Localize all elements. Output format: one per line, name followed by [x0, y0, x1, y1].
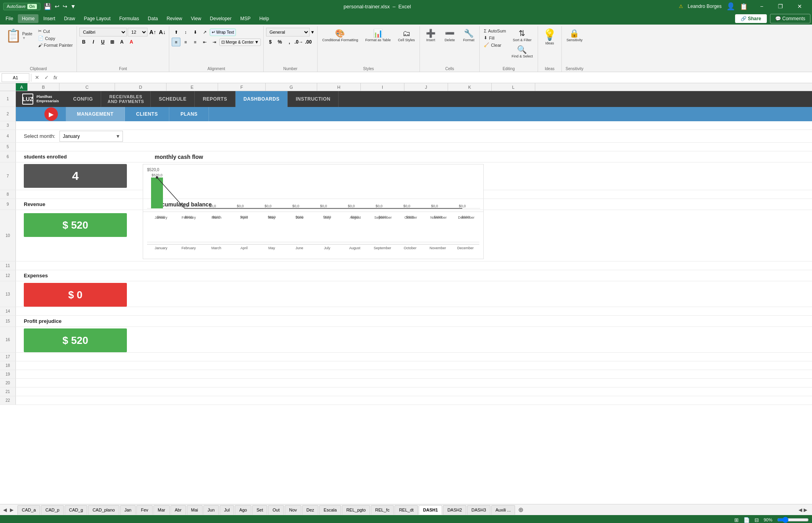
underline-button[interactable]: U: [98, 38, 107, 46]
format-as-table-button[interactable]: 📊 Format as Table: [363, 28, 393, 44]
delete-button[interactable]: ➖ Delete: [441, 28, 458, 44]
col-header-l[interactable]: L: [492, 83, 535, 91]
menu-draw[interactable]: Draw: [60, 14, 79, 23]
sheet-tab-fev[interactable]: Fev: [136, 505, 152, 515]
sheet-tab-cad-a[interactable]: CAD_a: [17, 505, 40, 515]
sheet-tab-rel-pgto[interactable]: REL_pgto: [342, 505, 370, 515]
sub-tab-clients[interactable]: CLIENTS: [125, 107, 169, 121]
paste-button[interactable]: 📋 Paste ▼: [2, 28, 36, 44]
sheet-tab-abr[interactable]: Abr: [170, 505, 186, 515]
col-header-h[interactable]: H: [317, 83, 361, 91]
clear-button[interactable]: 🧹 Clear: [482, 42, 508, 48]
sheet-tab-out[interactable]: Out: [268, 505, 284, 515]
col-header-e[interactable]: E: [167, 83, 218, 91]
conditional-formatting-button[interactable]: 🎨 Conditional Formatting: [320, 28, 361, 44]
save-icon[interactable]: 💾: [44, 3, 52, 10]
sheet-tab-jan[interactable]: Jan: [120, 505, 136, 515]
decrease-indent-button[interactable]: ⇤: [200, 38, 209, 46]
ideas-button[interactable]: 💡 Ideas: [540, 28, 559, 47]
sheet-tab-dash1[interactable]: DASH1: [419, 505, 442, 515]
currency-button[interactable]: $: [266, 38, 275, 46]
wrap-text-button[interactable]: ↵ Wrap Text: [210, 29, 236, 36]
align-center-button[interactable]: ≡: [181, 38, 190, 46]
menu-developer[interactable]: Developer: [206, 14, 236, 23]
sheet-tab-cad-p[interactable]: CAD_p: [41, 505, 63, 515]
comma-button[interactable]: ,: [285, 38, 294, 46]
sheet-nav-left-button[interactable]: ◀: [2, 507, 8, 513]
align-right-button[interactable]: ≡: [191, 38, 199, 46]
nav-tab-receivables[interactable]: RECEIVABLESAND PAYMENTS: [101, 91, 151, 107]
bold-button[interactable]: B: [79, 38, 88, 46]
sheet-tab-rel-dt[interactable]: REL_dt: [395, 505, 418, 515]
col-header-i[interactable]: I: [361, 83, 404, 91]
cell-reference-input[interactable]: [2, 73, 29, 82]
increase-decimal-button[interactable]: .00: [304, 38, 313, 46]
col-header-b[interactable]: B: [28, 83, 59, 91]
fill-color-button[interactable]: A: [117, 38, 126, 46]
menu-file[interactable]: File: [2, 14, 17, 23]
nav-tab-instruction[interactable]: INSTRUCTION: [288, 91, 339, 107]
font-color-button[interactable]: A: [127, 38, 136, 46]
horizontal-scroll-right-button[interactable]: ▶: [804, 507, 807, 513]
col-header-j[interactable]: J: [404, 83, 448, 91]
menu-page-layout[interactable]: Page Layout: [80, 14, 114, 23]
copy-button[interactable]: 📄 Copy: [36, 35, 75, 42]
formula-cancel-button[interactable]: ✕: [33, 74, 41, 82]
format-button[interactable]: 🔧 Format: [460, 28, 477, 44]
sheet-tab-jul[interactable]: Jul: [220, 505, 234, 515]
col-header-c[interactable]: C: [59, 83, 115, 91]
restore-button[interactable]: ❐: [772, 0, 790, 13]
comments-button[interactable]: 💬 Comments: [770, 14, 810, 23]
sheet-tab-auxili[interactable]: Auxili ...: [491, 505, 515, 515]
col-header-d[interactable]: D: [115, 83, 167, 91]
font-name-select[interactable]: Calibri: [79, 28, 127, 36]
sub-tab-plans[interactable]: PLANS: [169, 107, 209, 121]
profile-icon[interactable]: 📋: [740, 3, 748, 10]
minimize-button[interactable]: −: [753, 0, 771, 13]
cell-styles-button[interactable]: 🗂 Cell Styles: [396, 28, 417, 44]
cut-button[interactable]: ✂ Cut: [36, 28, 75, 34]
menu-home[interactable]: Home: [18, 14, 38, 23]
border-button[interactable]: ⊞: [108, 38, 117, 46]
menu-insert[interactable]: Insert: [39, 14, 59, 23]
sheet-tab-cad-plano[interactable]: CAD_plano: [88, 505, 119, 515]
italic-button[interactable]: I: [89, 38, 98, 46]
nav-tab-schedule[interactable]: SCHEDULE: [151, 91, 195, 107]
sheet-nav-right-button[interactable]: ▶: [8, 507, 15, 513]
sheet-tab-dash3[interactable]: DASH3: [467, 505, 490, 515]
view-page-break-icon[interactable]: ⊟: [755, 517, 759, 523]
nav-tab-config[interactable]: CONFIG: [65, 91, 102, 107]
nav-tab-reports[interactable]: REPORTS: [195, 91, 236, 107]
sheet-tab-escala[interactable]: Escala: [319, 505, 341, 515]
sheet-tab-jun[interactable]: Jun: [203, 505, 219, 515]
format-painter-button[interactable]: 🖌 Format Painter: [36, 42, 75, 48]
redo-icon[interactable]: ↪: [63, 3, 67, 10]
sort-filter-button[interactable]: ⇅ Sort & Filter: [509, 28, 535, 44]
find-select-button[interactable]: 🔍 Find & Select: [509, 44, 535, 60]
share-button[interactable]: 🔗 Share: [735, 14, 767, 23]
autosave-button[interactable]: AutoSave On: [3, 3, 40, 10]
insert-button[interactable]: ➕ Insert: [422, 28, 439, 44]
menu-help[interactable]: Help: [255, 14, 273, 23]
menu-review[interactable]: Review: [163, 14, 186, 23]
sheet-tab-nov[interactable]: Nov: [285, 505, 301, 515]
sheet-tab-mai[interactable]: Mai: [187, 505, 203, 515]
sensitivity-button[interactable]: 🔒 Sensitivity: [564, 28, 585, 44]
decrease-decimal-button[interactable]: .0→: [295, 38, 303, 46]
menu-data[interactable]: Data: [144, 14, 162, 23]
menu-view[interactable]: View: [187, 14, 205, 23]
col-header-k[interactable]: K: [448, 83, 492, 91]
menu-formulas[interactable]: Formulas: [115, 14, 143, 23]
text-angle-button[interactable]: ↗: [200, 28, 209, 36]
close-button[interactable]: ✕: [791, 0, 809, 13]
zoom-slider[interactable]: [777, 517, 809, 523]
col-header-a[interactable]: A: [16, 83, 28, 91]
nav-tab-dashboards[interactable]: DASHBOARDS: [236, 91, 288, 107]
align-top-button[interactable]: ⬆: [172, 28, 180, 36]
sheet-tab-rel-fc[interactable]: REL_fc: [371, 505, 394, 515]
increase-indent-button[interactable]: ⇥: [210, 38, 218, 46]
sheet-tab-ago[interactable]: Ago: [235, 505, 251, 515]
col-header-f[interactable]: F: [218, 83, 266, 91]
align-bottom-button[interactable]: ⬇: [191, 28, 199, 36]
menu-msp[interactable]: MSP: [236, 14, 255, 23]
